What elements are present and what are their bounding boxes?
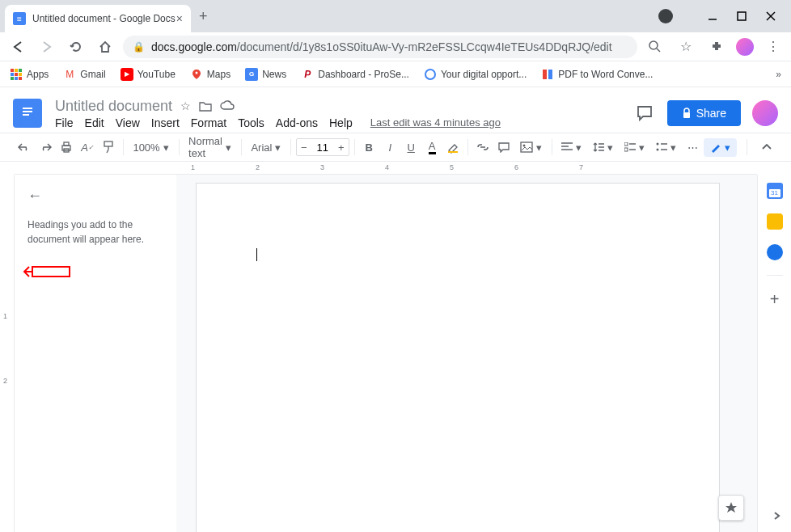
svg-point-30 — [657, 149, 659, 151]
spellcheck-button[interactable]: A✓ — [78, 137, 97, 157]
account-avatar[interactable] — [752, 100, 778, 126]
comments-button[interactable] — [633, 102, 656, 125]
chevron-down-icon: ▾ — [607, 141, 613, 154]
tab-close-icon[interactable]: × — [176, 12, 183, 25]
svg-point-21 — [522, 145, 525, 147]
print-button[interactable] — [57, 137, 76, 157]
menu-help[interactable]: Help — [329, 116, 353, 129]
svg-rect-12 — [23, 111, 32, 112]
toolbar: A✓ 100% ▾ Normal text ▾ Arial ▾ − + B I … — [0, 133, 791, 162]
svg-line-5 — [657, 49, 660, 52]
menu-format[interactable]: Format — [191, 116, 226, 129]
docs-favicon: ≡ — [13, 12, 26, 25]
share-button[interactable]: Share — [667, 100, 741, 126]
main-area: 1 2 ← Headings you add to the document w… — [0, 175, 791, 532]
calendar-icon[interactable] — [767, 183, 783, 199]
bookmarks-overflow-icon[interactable]: » — [776, 69, 781, 80]
outline-panel: ← Headings you add to the document will … — [15, 175, 176, 532]
browser-reload-button[interactable] — [65, 36, 87, 58]
browser-forward-button[interactable] — [36, 36, 58, 58]
browser-tab[interactable]: ≡ Untitled document - Google Docs × — [5, 5, 191, 32]
styles-dropdown[interactable]: Normal text ▾ — [184, 137, 236, 157]
menu-addons[interactable]: Add-ons — [276, 116, 318, 129]
tasks-icon[interactable] — [767, 244, 783, 260]
menu-view[interactable]: View — [116, 116, 140, 129]
separator — [767, 275, 783, 276]
bulleted-list-button[interactable]: ▾ — [651, 137, 681, 157]
browser-back-button[interactable] — [6, 36, 29, 58]
horizontal-ruler[interactable]: 1 2 3 4 5 6 7 — [15, 162, 757, 175]
font-size-input[interactable] — [311, 141, 334, 154]
bookmark-pdf[interactable]: PDF to Word Conve... — [541, 68, 653, 81]
zoom-icon[interactable] — [644, 36, 666, 58]
outline-back-button[interactable]: ← — [27, 188, 42, 205]
url-bar[interactable]: 🔒 docs.google.com/document/d/1y8s1oSS0it… — [123, 36, 637, 58]
bookmark-star-icon[interactable]: ☆ — [675, 36, 697, 58]
editing-mode-button[interactable]: ▾ — [704, 138, 737, 157]
new-tab-button[interactable]: + — [199, 8, 208, 25]
bookmark-youtube[interactable]: ▶YouTube — [121, 68, 176, 81]
svg-rect-26 — [624, 148, 628, 151]
bookmark-news[interactable]: GNews — [245, 68, 286, 81]
italic-button[interactable]: I — [380, 137, 400, 157]
insert-image-button[interactable]: ▾ — [515, 137, 547, 157]
bookmark-gmail[interactable]: MGmail — [63, 68, 105, 81]
browser-avatar[interactable] — [736, 38, 754, 56]
pinterest-icon: P — [301, 68, 314, 81]
window-maximize-button[interactable] — [736, 11, 747, 22]
add-addon-button[interactable]: + — [770, 290, 780, 309]
doc-title[interactable]: Untitled document — [55, 98, 172, 115]
bookmark-dashboard[interactable]: PDashboard - ProSe... — [301, 68, 409, 81]
keep-icon[interactable] — [767, 213, 783, 230]
paint-format-button[interactable] — [99, 137, 118, 157]
bookmark-apps[interactable]: Apps — [10, 68, 49, 81]
url-text: docs.google.com/document/d/1y8s1oSS0ituA… — [151, 40, 612, 53]
menu-edit[interactable]: Edit — [85, 116, 104, 129]
gmail-icon: M — [63, 68, 76, 81]
font-dropdown[interactable]: Arial ▾ — [246, 137, 286, 157]
side-panel-collapse-button[interactable] — [772, 511, 781, 521]
add-comment-button[interactable] — [494, 137, 514, 157]
menu-tools[interactable]: Tools — [238, 116, 264, 129]
font-size-decrease-button[interactable]: − — [297, 141, 311, 154]
browser-home-button[interactable] — [94, 36, 116, 58]
highlight-color-button[interactable] — [443, 137, 463, 157]
underline-button[interactable]: U — [401, 137, 421, 157]
redo-button[interactable] — [36, 137, 55, 157]
cloud-status-icon[interactable] — [220, 100, 235, 112]
line-spacing-button[interactable]: ▾ — [588, 137, 618, 157]
bookmarks-bar: Apps MGmail ▶YouTube Maps GNews PDashboa… — [0, 61, 791, 87]
svg-rect-8 — [543, 70, 547, 79]
menu-file[interactable]: File — [55, 116, 74, 129]
bold-button[interactable]: B — [359, 137, 379, 157]
text-color-button[interactable]: A — [422, 137, 442, 157]
window-minimize-button[interactable] — [707, 11, 718, 22]
undo-button[interactable] — [15, 137, 34, 157]
menu-insert[interactable]: Insert — [151, 116, 180, 129]
document-page[interactable] — [196, 183, 720, 532]
profile-badge-icon[interactable] — [658, 9, 673, 23]
bookmark-digital[interactable]: Your digital opport... — [424, 68, 527, 81]
explore-button[interactable] — [718, 495, 744, 521]
svg-point-29 — [657, 143, 659, 146]
last-edit-link[interactable]: Last edit was 4 minutes ago — [370, 116, 501, 129]
docs-logo-icon[interactable] — [13, 99, 42, 128]
chevron-down-icon: ▾ — [639, 141, 645, 154]
hide-menus-button[interactable] — [757, 137, 776, 157]
star-icon[interactable]: ☆ — [180, 99, 191, 112]
checklist-button[interactable]: ▾ — [620, 137, 649, 157]
insert-link-button[interactable] — [473, 137, 493, 157]
extensions-icon[interactable] — [705, 36, 728, 58]
move-icon[interactable] — [199, 100, 212, 112]
align-button[interactable]: ▾ — [556, 137, 586, 157]
document-canvas[interactable] — [176, 175, 757, 532]
zoom-dropdown[interactable]: 100% ▾ — [128, 137, 173, 157]
window-close-button[interactable] — [765, 11, 776, 22]
font-size-increase-button[interactable]: + — [334, 141, 349, 154]
svg-rect-16 — [64, 142, 69, 146]
bookmark-maps[interactable]: Maps — [190, 68, 231, 81]
svg-rect-14 — [683, 112, 690, 118]
vertical-ruler[interactable]: 1 2 — [0, 175, 15, 532]
browser-menu-icon[interactable]: ⋮ — [762, 36, 785, 58]
more-button[interactable]: ⋯ — [683, 137, 702, 157]
